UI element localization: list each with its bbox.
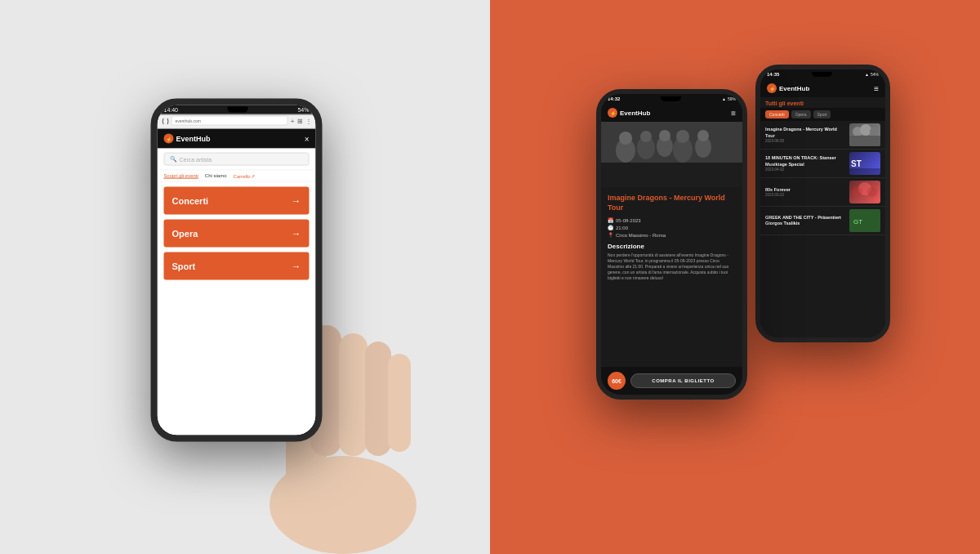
browser-tabs[interactable]: ⊞ — [297, 117, 303, 124]
clock-icon: 🕐 — [608, 225, 613, 230]
calendar-icon: 📅 — [608, 217, 613, 223]
hamburger-icon-front[interactable]: ≡ — [731, 109, 736, 118]
buy-button[interactable]: COMPRA IL BIGLIETTO — [630, 373, 736, 388]
filter-opera[interactable]: Opera — [791, 110, 811, 118]
list-date-2: 2023-04-32 — [765, 168, 846, 172]
list-date-1: 2023-06-05 — [765, 139, 846, 143]
svg-point-9 — [870, 127, 878, 136]
list-title-1: Imagine Dragons - Mercury World Tour — [765, 127, 846, 138]
list-screen: 14:35 ▲ 54% ⚡ EventHub ≡ Tutti gli — [760, 69, 885, 337]
list-item-info-4: GREEK AND THE CITY - Präsentiert Giorgos… — [765, 215, 846, 226]
svg-point-26 — [676, 130, 689, 143]
left-battery: 54% — [297, 107, 309, 113]
filter-concerti[interactable]: Concerti — [765, 110, 789, 118]
wifi-icon: ▲ — [865, 72, 869, 77]
phones-container: 14:35 ▲ 54% ⚡ EventHub ≡ Tutti gli — [572, 40, 898, 514]
filter-sport[interactable]: Sport — [813, 110, 831, 118]
browser-menu[interactable]: ⋮ — [305, 117, 312, 124]
arrow-concerti: → — [292, 195, 301, 207]
event-location: Circo Massimo - Roma — [616, 233, 666, 238]
arrow-opera: → — [292, 228, 301, 239]
thumb-svg-3 — [849, 181, 880, 203]
close-button-left[interactable]: × — [305, 134, 310, 143]
svg-point-22 — [640, 131, 652, 142]
nav-link-about[interactable]: Chi siamo — [205, 173, 227, 179]
thumb-svg-1 — [849, 123, 880, 146]
list-thumb-2: ST — [849, 152, 880, 175]
front-status-icons: ▲ 59% — [722, 96, 736, 101]
front-logo-icon: ⚡ — [608, 108, 617, 118]
svg-rect-3 — [339, 333, 368, 456]
front-app-logo: ⚡ EventHub — [608, 108, 650, 118]
front-app-header: ⚡ EventHub ≡ — [601, 104, 742, 122]
back-notch — [812, 72, 832, 77]
list-item[interactable]: Imagine Dragons - Mercury World Tour 202… — [760, 121, 885, 150]
svg-rect-10 — [849, 136, 880, 146]
search-icon: 🔍 — [170, 156, 177, 163]
front-notch — [661, 96, 681, 101]
list-item-info-2: 18 MINUTEN ON TRACK: Stanser Musiktage S… — [765, 155, 846, 171]
meta-location: 📍 Circo Massimo - Roma — [608, 232, 736, 238]
battery-icon-front: 59% — [728, 96, 736, 101]
back-status-icons: ▲ 54% — [865, 72, 879, 77]
list-title-3: 80s Forever — [765, 187, 846, 193]
svg-rect-29 — [601, 163, 742, 187]
thumb-svg-2: ST — [849, 152, 880, 175]
svg-point-20 — [619, 132, 632, 145]
list-thumb-1 — [849, 123, 880, 146]
svg-point-15 — [867, 187, 877, 197]
meta-date: 📅 05-08-2023 — [608, 217, 736, 223]
hamburger-icon-back[interactable]: ≡ — [874, 84, 879, 93]
nav-link-cart[interactable]: Carrello↗ — [234, 173, 255, 179]
list-item-info-3: 80s Forever 2023-03-22 — [765, 187, 846, 197]
nav-links: Scopri gli eventi Chi siamo Carrello↗ — [158, 171, 316, 182]
event-meta: 📅 05-08-2023 🕐 21:00 📍 Circo Massimo - R… — [608, 217, 736, 238]
front-status-bar: 14:32 ▲ 59% — [601, 94, 742, 104]
price-badge: 60€ — [608, 372, 626, 390]
menu-item-concerti-label: Concerti — [172, 196, 209, 206]
app-header-left: ⚡ EventHub × — [158, 129, 316, 149]
menu-item-concerti[interactable]: Concerti → — [164, 187, 310, 215]
back-app-name: EventHub — [779, 85, 809, 92]
menu-item-opera[interactable]: Opera → — [164, 220, 310, 248]
browser-bar: ⟨ ⟩ eventhub.com + ⊞ ⋮ — [158, 114, 316, 129]
list-title-4: GREEK AND THE CITY - Präsentiert Giorgos… — [765, 215, 846, 226]
list-item-2[interactable]: 18 MINUTEN ON TRACK: Stanser Musiktage S… — [760, 150, 885, 178]
phone-front: 14:32 ▲ 59% ⚡ EventHub ≡ — [596, 89, 747, 400]
svg-rect-4 — [365, 342, 391, 456]
back-status-time: 14:35 — [767, 72, 779, 77]
list-item-3[interactable]: 80s Forever 2023-03-22 — [760, 178, 885, 207]
description-text: Non perdere l'opportunità di assistere a… — [608, 252, 736, 281]
event-hero-image — [601, 122, 742, 187]
svg-point-24 — [659, 130, 670, 141]
menu-item-sport[interactable]: Sport → — [164, 252, 310, 280]
phone-back: 14:35 ▲ 54% ⚡ EventHub ≡ Tutti gli — [755, 65, 890, 342]
event-title-detail: Imagine Dragons - Mercury World Tour — [608, 194, 736, 212]
list-date-3: 2023-03-22 — [765, 193, 846, 197]
search-field[interactable]: 🔍 Cerca artista — [164, 153, 310, 166]
svg-point-28 — [697, 130, 709, 141]
filter-tabs: Concerti Opera Sport — [760, 108, 885, 121]
left-section: 14:40 54% ⟨ ⟩ eventhub.com + ⊞ ⋮ — [0, 0, 490, 554]
back-status-bar: 14:35 ▲ 54% — [760, 69, 885, 79]
svg-rect-5 — [388, 354, 411, 452]
search-placeholder: Cerca artista — [180, 156, 212, 162]
menu-item-sport-label: Sport — [172, 261, 196, 271]
event-time: 21:00 — [616, 226, 628, 230]
front-app-name: EventHub — [620, 109, 650, 117]
menu-item-opera-label: Opera — [172, 229, 198, 239]
event-detail-section: Imagine Dragons - Mercury World Tour 📅 0… — [601, 187, 742, 367]
browser-add[interactable]: + — [291, 117, 295, 124]
meta-time: 🕐 21:00 — [608, 225, 736, 230]
browser-url: eventhub.com — [172, 116, 288, 126]
nav-link-events[interactable]: Scopri gli eventi — [164, 173, 198, 179]
app-logo-left: ⚡ EventHub — [164, 134, 211, 144]
list-thumb-4: GT — [849, 209, 880, 232]
section-title: Tutti gli eventi — [760, 97, 885, 108]
list-item-4[interactable]: GREEK AND THE CITY - Präsentiert Giorgos… — [760, 207, 885, 235]
svg-rect-12 — [849, 168, 880, 175]
list-title-2: 18 MINUTEN ON TRACK: Stanser Musiktage S… — [765, 155, 846, 167]
location-icon: 📍 — [608, 232, 613, 238]
wifi-icon-front: ▲ — [722, 96, 726, 101]
svg-text:ST: ST — [851, 159, 862, 168]
